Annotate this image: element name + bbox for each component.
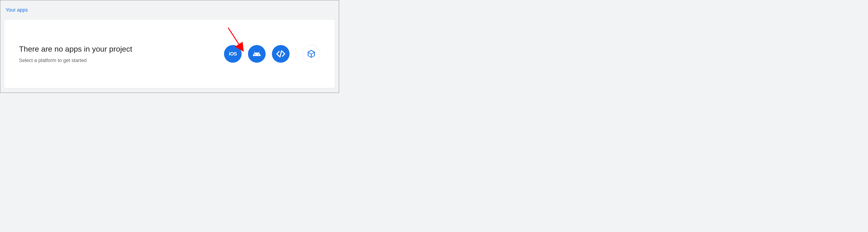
card-heading: There are no apps in your project (19, 45, 132, 53)
unity-icon (307, 49, 316, 59)
section-title: Your apps (0, 0, 339, 13)
card-subtitle: Select a platform to get started (19, 57, 132, 63)
svg-line-0 (280, 51, 282, 57)
platform-buttons-row: iOS (224, 45, 320, 63)
android-icon (252, 50, 261, 58)
your-apps-section: Your apps There are no apps in your proj… (0, 0, 339, 93)
ios-platform-button[interactable]: iOS (224, 45, 242, 63)
unity-platform-button[interactable] (303, 45, 320, 63)
android-platform-button[interactable] (248, 45, 266, 63)
apps-card: There are no apps in your project Select… (4, 20, 335, 88)
web-platform-button[interactable] (272, 45, 289, 63)
card-text-block: There are no apps in your project Select… (19, 45, 132, 63)
divider (296, 48, 296, 60)
web-code-icon (276, 49, 285, 59)
ios-icon: iOS (229, 51, 237, 57)
